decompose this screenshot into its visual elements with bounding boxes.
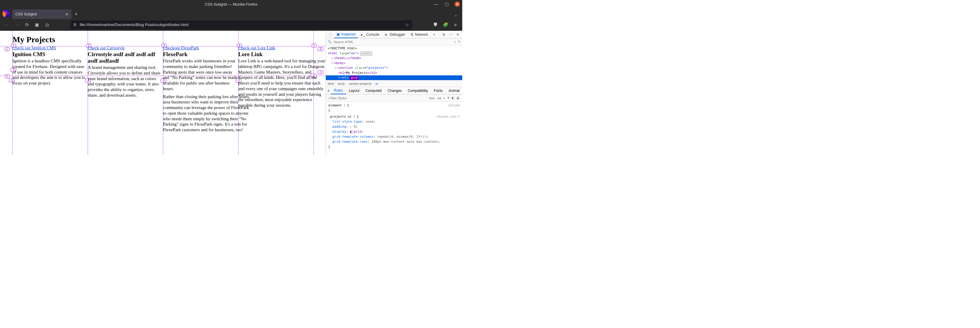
window-titlebar: CSS Subgrid — Mozilla Firefox — ▢ ✕ bbox=[0, 0, 462, 8]
window-close-button[interactable]: ✕ bbox=[455, 2, 460, 7]
light-scheme-icon[interactable]: ☀ bbox=[447, 96, 450, 100]
bookmark-star-icon[interactable]: ☆ bbox=[405, 22, 409, 27]
project-description: Ignition is a headless CMS specifically … bbox=[13, 58, 88, 86]
project-title: Cirrostyle asdf asdf asdf adf asdf asdfa… bbox=[88, 51, 163, 64]
devtools-tab-inspector[interactable]: ▣ Inspector bbox=[334, 31, 358, 38]
dom-body[interactable]: ▾<body> bbox=[326, 61, 462, 66]
css-prop[interactable]: grid-template-rows bbox=[332, 140, 368, 144]
dom-tree[interactable]: <!DOCTYPE html> <html lang="en">scroll ▸… bbox=[326, 45, 462, 80]
project-description: Lore Link is a web-based tool for managi… bbox=[238, 58, 326, 108]
css-prop[interactable]: list-style-type bbox=[332, 120, 361, 123]
inspector-icon: ▣ bbox=[337, 32, 340, 36]
add-rule-button[interactable]: + bbox=[443, 96, 445, 100]
cls-toggle[interactable]: .cls bbox=[437, 96, 442, 100]
devtools-dock-icon[interactable]: ⧉ bbox=[441, 32, 447, 37]
css-prop[interactable]: grid-template-columns bbox=[332, 135, 374, 139]
dom-ul-selected[interactable]: ▾<ul>grid bbox=[326, 75, 462, 80]
subtab-animations[interactable]: Animat bbox=[446, 87, 462, 94]
debugger-icon: ⏵ bbox=[385, 32, 388, 37]
project-card: Cirrostyle Check out Cirrostyle Cirrosty… bbox=[88, 45, 163, 133]
history-button[interactable]: ◷ bbox=[43, 21, 51, 29]
rule-element-selector: element ⦙⦙ { bbox=[328, 103, 349, 108]
project-title: FlexePark bbox=[163, 51, 238, 58]
rule-source[interactable]: styles.css:7 bbox=[437, 114, 460, 119]
pocket-button[interactable]: ⛊ bbox=[431, 21, 440, 29]
devtools-search-row: 🔍 + ✎ bbox=[326, 38, 462, 45]
devtools-filter-row: ⌕ :hov .cls + ☀ ◐ 🖶 bbox=[326, 94, 462, 102]
subtab-changes[interactable]: Changes bbox=[385, 87, 405, 94]
project-link[interactable]: Check out Cirrostyle bbox=[88, 45, 124, 50]
browser-tabbar: CSS Subgrid ✕ + ⌄ bbox=[0, 8, 462, 19]
devtools-panel: ⬚ ▣ Inspector ▸_ Console ⏵ Debugger ⇅ Ne… bbox=[326, 31, 462, 155]
subtab-fonts[interactable]: Fonts bbox=[431, 87, 446, 94]
url-text: file:///home/martine/Documents/Blog Post… bbox=[80, 22, 188, 27]
tabs-dropdown-icon[interactable]: ⌄ bbox=[454, 13, 460, 19]
dom-html[interactable]: <html lang="en">scroll bbox=[326, 51, 462, 56]
new-tab-button[interactable]: + bbox=[72, 10, 81, 19]
dom-head[interactable]: ▸<head>…</head> bbox=[326, 56, 462, 61]
search-icon: 🔍 bbox=[328, 40, 332, 44]
element-picker-icon[interactable]: ⬚ bbox=[327, 32, 334, 37]
css-rules-pane[interactable]: element ⦙⦙ { inline } .projects ul ⦙⦙ { … bbox=[326, 102, 462, 155]
breadcrumb-item[interactable]: html bbox=[328, 82, 334, 85]
console-icon: ▸_ bbox=[361, 32, 365, 37]
dom-h2[interactable]: <h2>My Projects</h2> bbox=[326, 70, 462, 76]
dom-doctype[interactable]: <!DOCTYPE html> bbox=[326, 46, 462, 51]
hov-toggle[interactable]: :hov bbox=[429, 96, 435, 100]
filter-styles-input[interactable] bbox=[330, 96, 428, 100]
project-card: flexePark Checkout FlexePark FlexePark F… bbox=[163, 45, 238, 133]
window-maximize-button[interactable]: ▢ bbox=[444, 2, 449, 7]
css-prop[interactable]: display bbox=[332, 130, 346, 134]
devtools-tab-network[interactable]: ⇅ Network bbox=[408, 31, 430, 38]
project-link[interactable]: Check out Lore Link bbox=[238, 45, 275, 50]
page-viewport: My Projects 1 2 3 4 5 -5 1 5 -5 -5 -4 -3… bbox=[0, 31, 326, 155]
print-media-icon[interactable]: 🖶 bbox=[457, 96, 460, 100]
subtab-rules[interactable]: Rules bbox=[331, 87, 346, 94]
project-title: Ignition CMS bbox=[13, 51, 88, 58]
project-link[interactable]: Checkout FlexePark bbox=[163, 45, 199, 50]
subtab-computed[interactable]: Computed bbox=[363, 87, 385, 94]
search-html-input[interactable] bbox=[334, 40, 452, 44]
browser-tab[interactable]: CSS Subgrid ✕ bbox=[13, 10, 72, 19]
devtools-rules-tabbar: ⫴ Rules Layout Computed Changes Compatib… bbox=[326, 87, 462, 94]
reload-button[interactable]: ⟳ bbox=[22, 21, 31, 29]
window-title: CSS Subgrid — Mozilla Firefox bbox=[205, 2, 258, 6]
project-card: Lre Link Check out Lore Link Lore Link L… bbox=[238, 45, 313, 133]
subtab-layout[interactable]: Layout bbox=[346, 87, 363, 94]
sidebar-button[interactable]: ▣ bbox=[32, 21, 41, 29]
project-description: FlexePark works with businesses in your … bbox=[163, 58, 238, 91]
devtools-close-icon[interactable]: ✕ bbox=[455, 32, 461, 37]
devtools-breadcrumb[interactable]: html› body› section.projects› ul bbox=[326, 80, 462, 87]
grid-row-label: 5 bbox=[5, 74, 10, 78]
devtools-menu-icon[interactable]: ⋯ bbox=[447, 32, 454, 37]
toggle-3pane-icon[interactable]: ⫴ bbox=[326, 89, 331, 93]
extensions-button[interactable]: 🧩 bbox=[441, 21, 450, 29]
breadcrumb-item[interactable]: body bbox=[338, 82, 345, 85]
project-title: Lore Link bbox=[238, 51, 313, 58]
dom-section[interactable]: ▾<section class="projects"> bbox=[326, 66, 462, 70]
project-link[interactable]: Check out Ignition CMS bbox=[13, 45, 56, 50]
grid-col-label: -5 bbox=[318, 47, 323, 51]
rule-source: inline bbox=[448, 103, 460, 108]
breadcrumb-item[interactable]: section.projects bbox=[349, 82, 371, 85]
rule-selector: .projects ul ⦙⦙ { bbox=[328, 114, 359, 119]
tab-close-icon[interactable]: ✕ bbox=[65, 12, 68, 16]
css-prop[interactable]: padding bbox=[332, 125, 346, 128]
page-heading: My Projects bbox=[13, 35, 326, 44]
breadcrumb-item[interactable]: ul bbox=[375, 82, 378, 85]
devtools-tabbar: ⬚ ▣ Inspector ▸_ Console ⏵ Debugger ⇅ Ne… bbox=[326, 31, 462, 38]
add-node-icon[interactable]: + bbox=[454, 40, 456, 44]
dark-scheme-icon[interactable]: ◐ bbox=[452, 96, 455, 100]
url-input[interactable]: 🗎 file:///home/martine/Documents/Blog Po… bbox=[70, 21, 412, 29]
devtools-tab-debugger[interactable]: ⏵ Debugger bbox=[382, 31, 408, 38]
eyedropper-icon[interactable]: ✎ bbox=[458, 40, 460, 44]
devtools-tab-console[interactable]: ▸_ Console bbox=[359, 31, 382, 38]
back-button[interactable]: ← bbox=[2, 21, 11, 29]
subtab-compatibility[interactable]: Compatibility bbox=[405, 87, 431, 94]
app-menu-button[interactable]: ≡ bbox=[451, 21, 460, 29]
devtools-more-tabs-icon[interactable]: » bbox=[431, 32, 438, 37]
network-icon: ⇅ bbox=[410, 32, 414, 37]
grid-row-label: 1 bbox=[5, 47, 10, 51]
window-minimize-button[interactable]: — bbox=[433, 2, 439, 7]
forward-button[interactable]: → bbox=[13, 21, 21, 29]
